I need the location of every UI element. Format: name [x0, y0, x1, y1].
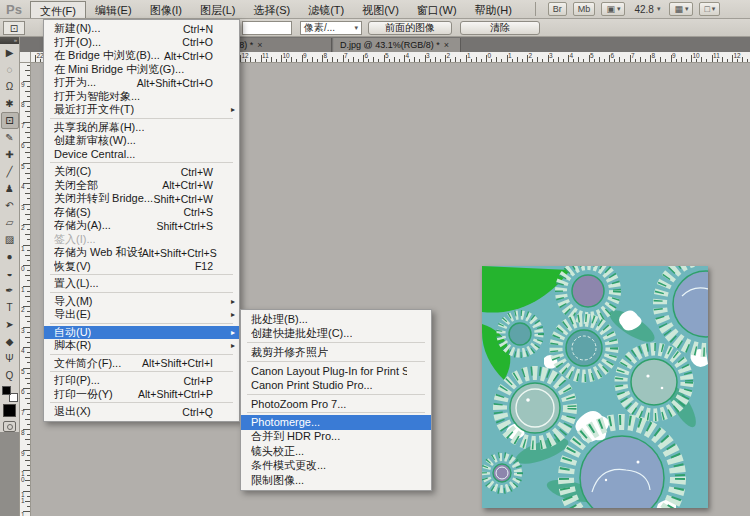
- foreground-color-swatch[interactable]: [2, 386, 11, 395]
- blur-tool[interactable]: ●: [1, 248, 19, 265]
- ruler-label: 4: [406, 52, 410, 59]
- screen-mode-button[interactable]: □▾: [699, 2, 720, 16]
- view-extras-button[interactable]: ▣▾: [601, 2, 625, 16]
- foreground-color-large-swatch[interactable]: [3, 404, 16, 417]
- menu-item[interactable]: 在 Bridge 中浏览(B)...Alt+Ctrl+O: [44, 49, 239, 63]
- ruler-tick: [665, 59, 666, 62]
- healing-brush-tool[interactable]: ✚: [1, 146, 19, 163]
- gradient-tool[interactable]: ▨: [1, 231, 19, 248]
- menu-item[interactable]: 存储为 Web 和设备所用格式(D)...Alt+Shift+Ctrl+S: [44, 246, 239, 260]
- marquee-tool[interactable]: ◌: [1, 61, 19, 78]
- menubar-item[interactable]: 滤镜(T): [299, 1, 353, 18]
- launch-bridge-button[interactable]: Br: [548, 2, 567, 16]
- menu-item[interactable]: 导入(M)▸: [44, 295, 239, 309]
- menu-item[interactable]: 退出(X)Ctrl+Q: [44, 405, 239, 419]
- type-tool[interactable]: T: [1, 299, 19, 316]
- gradient-tool-icon: ▨: [5, 234, 14, 245]
- menu-item[interactable]: 打开为...Alt+Shift+Ctrl+O: [44, 76, 239, 90]
- menu-item[interactable]: 创建新审核(W)...: [44, 134, 239, 148]
- menu-item[interactable]: Canon Layout Plug-In for Print Studio Pr…: [241, 364, 431, 379]
- ruler-tick: [250, 57, 251, 62]
- menu-item[interactable]: 脚本(R)▸: [44, 339, 239, 353]
- clone-stamp-tool[interactable]: ♟: [1, 180, 19, 197]
- menu-item[interactable]: 条件模式更改...: [241, 459, 431, 474]
- menu-item[interactable]: 打印一份(Y)Alt+Shift+Ctrl+P: [44, 388, 239, 402]
- menu-item[interactable]: Canon Print Studio Pro...: [241, 378, 431, 393]
- crop-tool[interactable]: ⊡: [1, 112, 19, 129]
- ruler-tick: [501, 59, 502, 62]
- path-selection-tool[interactable]: ➤: [1, 316, 19, 333]
- menu-item[interactable]: 打开为智能对象...: [44, 90, 239, 104]
- menu-item[interactable]: Device Central...: [44, 148, 239, 162]
- launch-mini-bridge-button[interactable]: Mb: [573, 2, 596, 16]
- menu-item[interactable]: 镜头校正...: [241, 444, 431, 459]
- menubar-item[interactable]: 图像(I): [141, 1, 191, 18]
- close-tab-icon[interactable]: ×: [444, 40, 449, 50]
- dodge-tool[interactable]: ◒: [1, 265, 19, 282]
- menubar-item[interactable]: 视图(V): [353, 1, 408, 18]
- history-brush-tool[interactable]: ↶: [1, 197, 19, 214]
- lasso-tool[interactable]: Ω: [1, 78, 19, 95]
- ruler-tick: [583, 59, 584, 62]
- pen-tool[interactable]: ✒: [1, 282, 19, 299]
- unit-dropdown[interactable]: 像素/...▾: [300, 21, 362, 35]
- ruler-origin-corner[interactable]: [20, 52, 31, 63]
- menu-item[interactable]: 限制图像...: [241, 473, 431, 488]
- quick-selection-tool[interactable]: ✱: [1, 95, 19, 112]
- menu-item[interactable]: 打开(O)...Ctrl+O: [44, 36, 239, 50]
- menu-item[interactable]: 批处理(B)...: [241, 312, 431, 327]
- quick-mask-mode-button[interactable]: [3, 421, 16, 432]
- menu-item[interactable]: 置入(L)...: [44, 277, 239, 291]
- ruler-tick: [25, 439, 30, 440]
- zoom-level-control[interactable]: 42.8▾: [631, 4, 663, 15]
- menu-item[interactable]: 最近打开文件(T)▸: [44, 103, 239, 117]
- menubar-item[interactable]: 编辑(E): [86, 1, 141, 18]
- menu-item[interactable]: 关闭(C)Ctrl+W: [44, 165, 239, 179]
- vertical-ruler[interactable]: 9876543210123456789101112: [20, 63, 31, 516]
- shape-tool[interactable]: ◆: [1, 333, 19, 350]
- panel-collapse-button[interactable]: »: [0, 37, 19, 44]
- crop-width-field[interactable]: [242, 21, 292, 35]
- menu-item[interactable]: 创建快捷批处理(C)...: [241, 327, 431, 342]
- ruler-tick: [522, 59, 523, 62]
- hand-tool[interactable]: Ψ: [1, 350, 19, 367]
- menu-item[interactable]: 存储为(A)...Shift+Ctrl+S: [44, 219, 239, 233]
- menubar-item[interactable]: 窗口(W): [408, 1, 466, 18]
- document-tab[interactable]: D.jpg @ 43.1%(RGB/8) *×: [333, 38, 461, 52]
- ruler-label: 6: [21, 389, 26, 395]
- menu-item[interactable]: 存储(S)Ctrl+S: [44, 206, 239, 220]
- front-image-button[interactable]: 前面的图像: [368, 21, 452, 35]
- menu-item[interactable]: 导出(E)▸: [44, 308, 239, 322]
- clear-button[interactable]: 清除: [460, 21, 540, 35]
- move-tool[interactable]: ▶: [1, 44, 19, 61]
- menu-item[interactable]: 签入(I)...: [44, 233, 239, 247]
- eraser-tool[interactable]: ▱: [1, 214, 19, 231]
- menu-item[interactable]: 文件简介(F)...Alt+Shift+Ctrl+I: [44, 357, 239, 371]
- menu-item[interactable]: 在 Mini Bridge 中浏览(G)...: [44, 63, 239, 77]
- menu-item[interactable]: 新建(N)...Ctrl+N: [44, 22, 239, 36]
- ruler-label: 3: [549, 52, 553, 59]
- menu-item-photomerge[interactable]: Photomerge...: [241, 415, 431, 430]
- menu-item[interactable]: 合并到 HDR Pro...: [241, 430, 431, 445]
- menubar-item[interactable]: 图层(L): [191, 1, 244, 18]
- menubar-item[interactable]: 文件(F): [30, 1, 86, 18]
- menu-item[interactable]: 裁剪并修齐照片: [241, 345, 431, 360]
- menu-item[interactable]: 共享我的屏幕(H)...: [44, 121, 239, 135]
- arrange-documents-button[interactable]: ▦▾: [669, 2, 693, 16]
- close-tab-icon[interactable]: ×: [257, 40, 262, 50]
- menubar-item[interactable]: 帮助(H): [466, 1, 521, 18]
- zoom-tool[interactable]: Q: [1, 367, 19, 384]
- menu-bar: Ps 文件(F)编辑(E)图像(I)图层(L)选择(S)滤镜(T)视图(V)窗口…: [0, 0, 750, 19]
- eyedropper-tool[interactable]: ✎: [1, 129, 19, 146]
- menu-item[interactable]: 关闭全部Alt+Ctrl+W: [44, 179, 239, 193]
- menu-item[interactable]: PhotoZoom Pro 7...: [241, 397, 431, 412]
- menu-item[interactable]: 打印(P)...Ctrl+P: [44, 374, 239, 388]
- crop-tool-preset-button[interactable]: ⊡: [3, 21, 25, 35]
- menu-item[interactable]: 恢复(V)F12: [44, 260, 239, 274]
- menubar-item[interactable]: 选择(S): [244, 1, 299, 18]
- menu-item-automate[interactable]: 自动(U)▸: [44, 326, 239, 340]
- view-extras-icon: ▣: [606, 4, 615, 14]
- menu-item[interactable]: 关闭并转到 Bridge...Shift+Ctrl+W: [44, 192, 239, 206]
- document-canvas-image[interactable]: [482, 266, 708, 508]
- brush-tool[interactable]: ╱: [1, 163, 19, 180]
